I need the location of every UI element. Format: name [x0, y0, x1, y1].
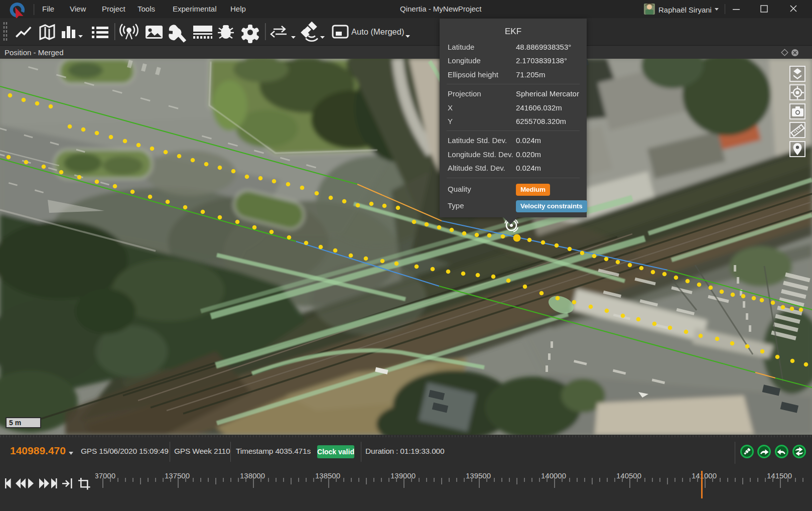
svg-text:Raphaël Siryani: Raphaël Siryani — [658, 6, 712, 14]
svg-text:Auto (Merged): Auto (Merged) — [351, 27, 404, 36]
